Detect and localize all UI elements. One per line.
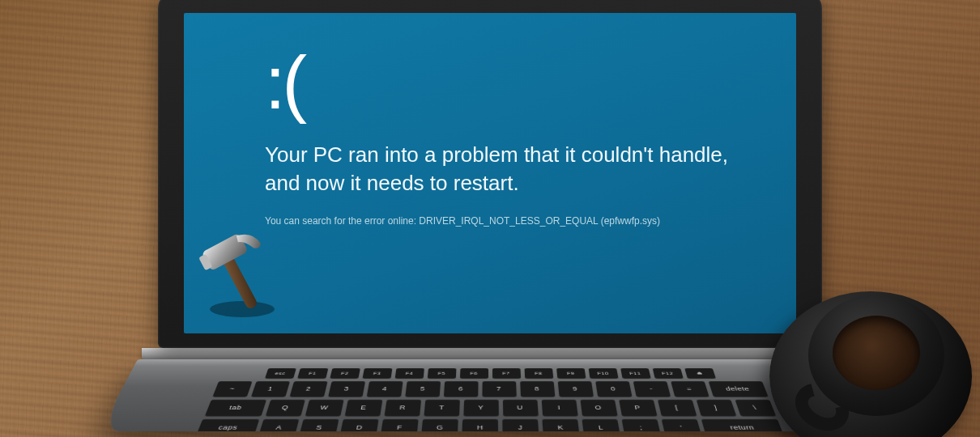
- key-0[interactable]: 0: [595, 381, 632, 397]
- key-f3[interactable]: F3: [362, 368, 392, 379]
- key-tab[interactable]: tab: [205, 400, 266, 416]
- key-f7[interactable]: F7: [492, 368, 521, 379]
- key-j[interactable]: J: [502, 419, 539, 431]
- key-f[interactable]: F: [381, 419, 419, 431]
- bsod-message: Your PC ran into a problem that it could…: [265, 141, 748, 197]
- laptop: :( Your PC ran into a problem that it co…: [138, 0, 842, 437]
- key-1[interactable]: 1: [251, 381, 290, 397]
- key-p[interactable]: P: [619, 400, 657, 416]
- bsod-screen: :( Your PC ran into a problem that it co…: [184, 13, 796, 333]
- key-i[interactable]: I: [541, 400, 577, 416]
- key-g[interactable]: G: [421, 419, 458, 431]
- key-5[interactable]: 5: [405, 381, 441, 397]
- key-~[interactable]: ~: [212, 381, 252, 397]
- key--[interactable]: -: [633, 381, 670, 397]
- keyboard: escF1F2F3F4F5F6F7F8F9F10F11F12⏏ ~1234567…: [121, 368, 860, 431]
- key-9[interactable]: 9: [557, 381, 593, 397]
- key-[[interactable]: [: [657, 400, 696, 416]
- key-;[interactable]: ;: [622, 419, 662, 431]
- key-e[interactable]: E: [344, 400, 382, 416]
- key-delete[interactable]: delete: [708, 381, 768, 397]
- key-3[interactable]: 3: [328, 381, 365, 397]
- key-6[interactable]: 6: [443, 381, 478, 397]
- key-d[interactable]: D: [340, 419, 379, 431]
- key-8[interactable]: 8: [520, 381, 555, 397]
- key-y[interactable]: Y: [463, 400, 498, 416]
- key-r[interactable]: R: [384, 400, 420, 416]
- key-7[interactable]: 7: [482, 381, 516, 397]
- key-f1[interactable]: F1: [297, 368, 328, 379]
- key-a[interactable]: A: [258, 419, 299, 431]
- key-s[interactable]: S: [299, 419, 339, 431]
- cup-body: [808, 295, 944, 416]
- key-o[interactable]: O: [580, 400, 617, 416]
- key-'[interactable]: ': [662, 419, 702, 431]
- key-t[interactable]: T: [424, 400, 459, 416]
- key-][interactable]: ]: [696, 400, 735, 416]
- key-f9[interactable]: F9: [556, 368, 586, 379]
- key-4[interactable]: 4: [366, 381, 403, 397]
- key-f8[interactable]: F8: [524, 368, 553, 379]
- key-w[interactable]: W: [305, 400, 343, 416]
- key-f12[interactable]: F12: [652, 368, 683, 379]
- key-=[interactable]: =: [671, 381, 709, 397]
- key-f10[interactable]: F10: [588, 368, 618, 379]
- laptop-lid: :( Your PC ran into a problem that it co…: [158, 0, 822, 348]
- coffee-cup: [761, 243, 980, 437]
- svg-point-0: [210, 301, 275, 317]
- bsod-subtext: You can search for the error online: DRI…: [265, 215, 748, 227]
- hammer-icon: [195, 225, 292, 322]
- key-f2[interactable]: F2: [330, 368, 360, 379]
- key-f11[interactable]: F11: [620, 368, 650, 379]
- laptop-hinge: [142, 348, 838, 359]
- key-l[interactable]: L: [582, 419, 620, 431]
- key-caps[interactable]: caps: [196, 419, 259, 431]
- key-u[interactable]: U: [502, 400, 538, 416]
- key-q[interactable]: Q: [266, 400, 305, 416]
- key-h[interactable]: H: [462, 419, 498, 431]
- bsod-emoticon: :(: [265, 45, 748, 120]
- key-f5[interactable]: F5: [427, 368, 456, 379]
- key-k[interactable]: K: [542, 419, 579, 431]
- key-f6[interactable]: F6: [459, 368, 488, 379]
- key-2[interactable]: 2: [289, 381, 327, 397]
- key-esc[interactable]: esc: [265, 368, 296, 379]
- key-f4[interactable]: F4: [394, 368, 424, 379]
- key-⏏[interactable]: ⏏: [684, 368, 716, 379]
